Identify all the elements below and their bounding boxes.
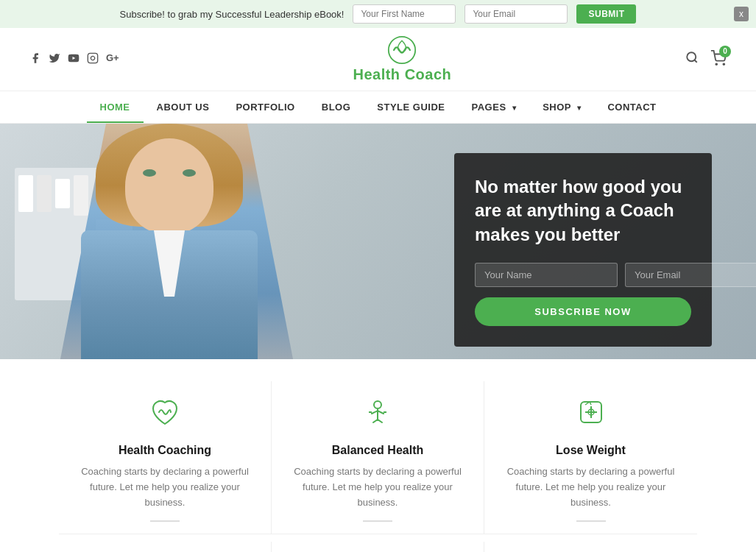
- nav-contact[interactable]: CONTACT: [594, 91, 669, 123]
- nav-about[interactable]: ABOUT US: [144, 91, 223, 123]
- search-icon: [685, 51, 699, 64]
- svg-point-8: [374, 401, 381, 408]
- subscribe-button[interactable]: SUBSCRIBE NOW: [475, 297, 691, 326]
- youtube-icon[interactable]: [68, 52, 80, 66]
- header-actions: 0: [685, 50, 727, 69]
- shop-dropdown-arrow: ▾: [577, 104, 582, 112]
- cart-badge: 0: [719, 46, 731, 57]
- lose-weight-icon: [502, 396, 679, 435]
- service-title: Health Coaching: [77, 444, 253, 457]
- service-desc: Coaching starts by declaring a powerful …: [77, 464, 253, 510]
- nav-blog[interactable]: BLOG: [308, 91, 364, 123]
- service-exercise: Exercise and Training Coaching starts by…: [272, 542, 484, 552]
- banner-close-button[interactable]: x: [734, 7, 749, 21]
- service-title: Balanced Health: [289, 444, 466, 457]
- logo-icon: [387, 35, 417, 65]
- svg-line-5: [694, 60, 696, 62]
- facebook-icon[interactable]: [29, 52, 41, 66]
- hero-card: No matter how good you are at anything a…: [454, 153, 712, 347]
- nav-home[interactable]: HOME: [87, 91, 144, 123]
- nav-styleguide[interactable]: STYLE GUIDE: [364, 91, 458, 123]
- top-banner: Subscribe! to grab my Successful Leaders…: [0, 0, 756, 28]
- hero-headline: No matter how good you are at anything a…: [475, 175, 691, 247]
- services-grid-row2: Body and Mind Coaching starts by declari…: [59, 542, 697, 552]
- service-lose-weight: Lose Weight Coaching starts by declaring…: [484, 381, 697, 534]
- cart-button[interactable]: 0: [710, 50, 727, 69]
- svg-point-7: [723, 63, 724, 65]
- hero-name-input[interactable]: [475, 263, 618, 287]
- banner-email-input[interactable]: [464, 4, 568, 24]
- svg-point-4: [687, 52, 696, 61]
- instagram-icon[interactable]: [87, 52, 99, 66]
- googleplus-icon[interactable]: G+: [106, 52, 119, 66]
- service-desc: Coaching starts by declaring a powerful …: [289, 464, 466, 510]
- pages-dropdown-arrow: ▾: [512, 104, 517, 112]
- nav-portfolio[interactable]: PORTFOLIO: [222, 91, 308, 123]
- service-body-mind: Body and Mind Coaching starts by declari…: [59, 542, 272, 552]
- main-nav: HOME ABOUT US PORTFOLIO BLOG STYLE GUIDE…: [0, 91, 756, 124]
- hero-form: [475, 263, 691, 287]
- logo[interactable]: Health Coach: [353, 35, 451, 83]
- service-balanced-health: Balanced Health Coaching starts by decla…: [272, 381, 484, 534]
- nav-shop[interactable]: SHOP ▾: [529, 91, 594, 123]
- health-coaching-icon: [77, 396, 253, 435]
- service-divider: [363, 520, 392, 522]
- header: G+ Health Coach 0: [0, 28, 756, 91]
- search-button[interactable]: [685, 51, 699, 68]
- service-desc: Coaching starts by declaring a powerful …: [502, 464, 679, 510]
- service-divider: [576, 520, 606, 522]
- services-section: Health Coaching Coaching starts by decla…: [0, 359, 756, 552]
- service-title: Lose Weight: [502, 444, 679, 457]
- service-divider: [150, 520, 180, 522]
- svg-point-6: [716, 63, 717, 65]
- banner-submit-button[interactable]: SUBMIT: [576, 4, 636, 24]
- services-grid-row1: Health Coaching Coaching starts by decla…: [59, 381, 697, 534]
- service-health-coaching: Health Coaching Coaching starts by decla…: [59, 381, 272, 534]
- banner-firstname-input[interactable]: [353, 4, 456, 24]
- hero-email-input[interactable]: [625, 263, 756, 287]
- banner-text: Subscribe! to grab my Successful Leaders…: [120, 9, 345, 20]
- hero-office-bg: [0, 124, 309, 367]
- hero-section: No matter how good you are at anything a…: [0, 124, 756, 367]
- svg-rect-1: [88, 53, 97, 63]
- service-yoga: Yoga Classes Coaching starts by declarin…: [484, 542, 697, 552]
- twitter-icon[interactable]: [49, 52, 60, 66]
- nav-pages[interactable]: PAGES ▾: [459, 91, 530, 123]
- balanced-health-icon: [289, 396, 466, 435]
- social-icons: G+: [29, 52, 119, 66]
- logo-text: Health Coach: [353, 66, 451, 83]
